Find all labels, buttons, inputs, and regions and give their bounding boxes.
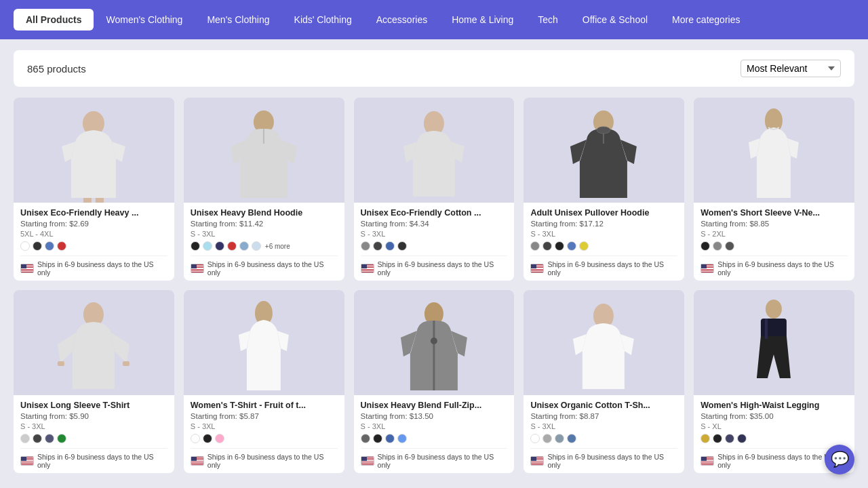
svg-rect-3	[83, 198, 92, 203]
tab-womens-clothing[interactable]: Women's Clothing	[94, 9, 195, 30]
product-price: Starting from: $2.69	[20, 220, 167, 228]
product-card[interactable]: Women's Short Sleeve V-Ne... Starting fr…	[694, 98, 854, 281]
us-flag-icon	[20, 456, 34, 466]
color-swatch[interactable]	[239, 241, 249, 251]
color-swatch[interactable]	[191, 434, 200, 443]
color-swatch[interactable]	[45, 241, 54, 251]
product-price: Starting from: $11.42	[191, 220, 338, 228]
color-swatch[interactable]	[397, 241, 407, 251]
color-swatch[interactable]	[361, 241, 370, 251]
color-swatch[interactable]	[579, 241, 589, 251]
product-card[interactable]: Unisex Heavy Blend Hoodie Starting from:…	[184, 98, 344, 281]
product-card[interactable]: Unisex Organic Cotton T-Sh... Starting f…	[524, 290, 684, 473]
shipping-info: Ships in 6-9 business days to the US onl…	[701, 256, 848, 277]
color-swatch[interactable]	[385, 241, 395, 251]
shipping-info: Ships in 6-9 business days to the US onl…	[361, 448, 508, 469]
color-swatch[interactable]	[567, 241, 576, 251]
color-swatch[interactable]	[20, 434, 30, 443]
color-swatch[interactable]	[385, 434, 395, 443]
tab-office-school[interactable]: Office & School	[570, 9, 660, 30]
product-name: Unisex Long Sleeve T-Shirt	[20, 401, 167, 410]
color-swatch[interactable]	[33, 434, 42, 443]
product-name: Women's Short Sleeve V-Ne...	[701, 208, 848, 218]
product-image	[354, 290, 515, 395]
product-name: Women's T-Shirt - Fruit of t...	[191, 401, 338, 410]
us-flag-icon	[191, 264, 204, 273]
product-card[interactable]: Unisex Long Sleeve T-Shirt Starting from…	[14, 290, 174, 473]
sort-control[interactable]: Most Relevant Newest Price: Low to High …	[741, 60, 841, 77]
color-swatch[interactable]	[713, 241, 722, 251]
sort-dropdown[interactable]: Most Relevant Newest Price: Low to High …	[741, 60, 841, 77]
color-swatch[interactable]	[191, 241, 200, 251]
product-name: Women's High-Waist Legging	[701, 401, 848, 410]
product-image	[524, 290, 684, 395]
tab-mens-clothing[interactable]: Men's Clothing	[195, 9, 281, 30]
color-swatch[interactable]	[373, 434, 382, 443]
svg-rect-19	[757, 156, 791, 198]
fab-button[interactable]: 💬	[825, 445, 854, 474]
color-swatches	[20, 434, 167, 443]
color-swatches	[530, 434, 677, 443]
tab-accessories[interactable]: Accessories	[364, 9, 439, 30]
color-swatch[interactable]	[397, 434, 407, 443]
tab-all-products[interactable]: All Products	[14, 9, 94, 30]
tab-home-living[interactable]: Home & Living	[439, 9, 526, 30]
product-card[interactable]: Adult Unisex Pullover Hoodie Starting fr…	[524, 98, 684, 281]
tab-more-categories[interactable]: More categories	[660, 9, 752, 30]
color-swatch[interactable]	[57, 241, 66, 251]
product-card[interactable]: Unisex Heavy Blend Full-Zip... Starting …	[354, 290, 515, 473]
product-image	[184, 290, 344, 395]
color-swatch[interactable]	[713, 434, 722, 443]
color-swatch[interactable]	[737, 434, 747, 443]
product-count: 865 products	[27, 63, 86, 75]
product-card[interactable]: Unisex Eco-Friendly Heavy ... Starting f…	[14, 98, 174, 281]
product-image	[694, 98, 854, 203]
us-flag-icon	[530, 456, 544, 466]
color-swatch[interactable]	[252, 241, 261, 251]
color-swatch[interactable]	[567, 434, 576, 443]
color-swatch[interactable]	[215, 434, 224, 443]
color-swatch[interactable]	[555, 241, 564, 251]
color-swatch[interactable]	[20, 241, 30, 251]
us-flag-icon	[361, 264, 374, 273]
product-image	[524, 98, 684, 203]
color-swatch[interactable]	[725, 434, 734, 443]
product-grid: Unisex Eco-Friendly Heavy ... Starting f…	[14, 98, 854, 473]
us-flag-icon	[530, 264, 544, 273]
color-swatch[interactable]	[227, 241, 237, 251]
product-name: Adult Unisex Pullover Hoodie	[530, 208, 677, 218]
color-swatch[interactable]	[530, 434, 540, 443]
product-sizes: S - 3XL	[20, 422, 167, 430]
color-swatch[interactable]	[57, 434, 66, 443]
color-swatch[interactable]	[555, 434, 564, 443]
color-swatch[interactable]	[725, 241, 734, 251]
product-price: Starting from: $13.50	[361, 412, 508, 420]
svg-rect-39	[765, 319, 768, 339]
shipping-info: Ships in 6-9 business days to the US onl…	[361, 256, 508, 277]
color-swatch[interactable]	[45, 434, 54, 443]
color-swatch[interactable]	[701, 434, 710, 443]
color-swatch[interactable]	[542, 434, 552, 443]
tab-kids-clothing[interactable]: Kids' Clothing	[282, 9, 364, 30]
color-swatch[interactable]	[542, 241, 552, 251]
product-card[interactable]: Women's High-Waist Legging Starting from…	[694, 290, 854, 473]
color-swatch[interactable]	[701, 241, 710, 251]
color-swatch[interactable]	[215, 241, 224, 251]
color-swatch[interactable]	[361, 434, 370, 443]
color-swatch[interactable]	[530, 241, 540, 251]
color-swatch[interactable]	[203, 434, 212, 443]
color-swatches	[361, 241, 508, 251]
color-swatch[interactable]	[33, 241, 42, 251]
tab-tech[interactable]: Tech	[526, 9, 570, 30]
svg-point-37	[766, 300, 782, 319]
color-swatches	[191, 434, 338, 443]
color-swatch[interactable]	[203, 241, 212, 251]
product-name: Unisex Heavy Blend Hoodie	[191, 208, 338, 218]
product-card[interactable]: Women's T-Shirt - Fruit of t... Starting…	[184, 290, 344, 473]
color-swatches: +6 more	[191, 241, 338, 251]
product-card[interactable]: Unisex Eco-Friendly Cotton ... Starting …	[354, 98, 515, 281]
product-sizes: S - 3XL	[361, 230, 508, 238]
color-swatch[interactable]	[373, 241, 382, 251]
product-price: Starting from: $35.00	[701, 412, 848, 420]
us-flag-icon	[701, 264, 714, 273]
